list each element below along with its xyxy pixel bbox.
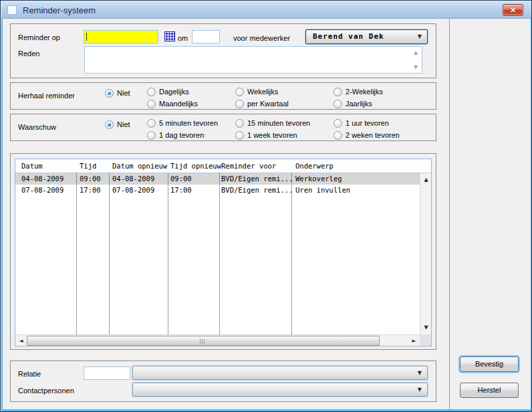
- scroll-left-icon[interactable]: ◄: [15, 335, 27, 346]
- chevron-down-icon: ▼: [418, 387, 422, 393]
- herstel-button[interactable]: Herstel: [460, 383, 519, 398]
- section-list: Datum Tijd Datum opnieuw Tijd opnieuw Re…: [10, 153, 436, 350]
- reminder-date-input[interactable]: [84, 30, 158, 43]
- radio-herhaal-maandelijks[interactable]: Maandelijks: [147, 99, 198, 108]
- contactpersonen-label: Contactpersonen: [18, 387, 74, 395]
- radio-icon: [334, 100, 342, 108]
- table-header: Datum Tijd Datum opnieuw Tijd opnieuw Re…: [15, 159, 431, 173]
- grip-icon: [200, 339, 206, 344]
- cell-tijd: 17:00: [80, 186, 101, 194]
- content-divider: [449, 19, 450, 411]
- contactpersonen-dropdown[interactable]: ▼: [132, 383, 428, 397]
- scroll-up-icon[interactable]: ▲: [414, 49, 418, 56]
- column-header-reminder-voor[interactable]: Reminder voor: [221, 162, 276, 170]
- scroll-down-icon[interactable]: ▼: [414, 64, 418, 70]
- scrollbar-thumb[interactable]: [27, 336, 380, 346]
- chevron-down-icon: ▼: [418, 34, 422, 39]
- column-header-datum[interactable]: Datum: [21, 162, 43, 170]
- radio-waarschuw-1dag[interactable]: 1 dag tevoren: [147, 130, 204, 140]
- radio-label: 1 dag tevoren: [159, 131, 204, 139]
- window-edge-left: [1, 19, 3, 411]
- column-header-onderwerp[interactable]: Onderwerp: [295, 162, 334, 170]
- cell-tijd-opnieuw: 17:00: [170, 186, 192, 194]
- window-title: Reminder-systeem: [23, 5, 96, 15]
- horizontal-scrollbar[interactable]: ◄ ►: [15, 334, 420, 346]
- radio-waarschuw-15min[interactable]: 15 minuten tevoren: [235, 118, 310, 128]
- radio-herhaal-kwartaal[interactable]: per Kwartaal: [235, 99, 289, 108]
- reminder-op-label: Reminder op: [18, 33, 60, 41]
- radio-icon: [147, 100, 156, 108]
- reden-textarea[interactable]: [84, 46, 422, 74]
- scrollbar-corner: [420, 334, 431, 346]
- app-icon: [7, 5, 17, 15]
- chevron-down-icon: ▼: [418, 371, 422, 376]
- scroll-right-icon[interactable]: ►: [408, 335, 420, 346]
- relatie-code-input[interactable]: [84, 367, 130, 380]
- radio-label: Niet: [117, 120, 130, 128]
- cell-datum: 07-08-2009: [21, 186, 63, 194]
- scroll-down-icon[interactable]: ▼: [420, 322, 432, 333]
- close-button[interactable]: ✕: [503, 4, 523, 16]
- radio-label: Maandelijks: [159, 100, 198, 108]
- radio-icon: [147, 88, 156, 96]
- cell-onderwerp: Uren invullen: [295, 186, 350, 194]
- cell-datum-opnieuw: 04-08-2009: [112, 175, 154, 183]
- cell-tijd: 09:00: [80, 175, 101, 183]
- reminder-dialog: Reminder-systeem ✕ Reminder op om voor m…: [0, 0, 532, 412]
- radio-icon: [147, 131, 156, 140]
- radio-waarschuw-5min[interactable]: 5 minuten tevoren: [147, 118, 218, 128]
- herhaal-label: Herhaal reminder: [18, 92, 75, 100]
- relatie-dropdown[interactable]: ▼: [132, 366, 428, 380]
- window-edge-bottom: [1, 409, 532, 411]
- radio-icon: [235, 131, 244, 140]
- radio-herhaal-niet[interactable]: Niet: [105, 88, 130, 98]
- cell-reminder-voor: BVD/Eigen remi...: [221, 175, 293, 183]
- radio-herhaal-jaarlijks[interactable]: Jaarlijks: [334, 99, 372, 108]
- reminder-time-input[interactable]: [192, 30, 220, 43]
- radio-waarschuw-1week[interactable]: 1 week tevoren: [235, 130, 297, 140]
- section-reminder: Reminder op om voor medewerker Berend va…: [10, 23, 436, 78]
- section-waarschuw: Waarschuw Niet 5 minuten tevoren 1 dag t…: [10, 114, 436, 141]
- vertical-scrollbar[interactable]: ▲ ▼: [420, 173, 431, 334]
- section-relatie: Relatie ▼ Contactpersonen ▼: [10, 360, 436, 402]
- radio-herhaal-2wekelijks[interactable]: 2-Wekelijks: [334, 87, 383, 96]
- radio-icon: [334, 131, 342, 140]
- radio-herhaal-wekelijks[interactable]: Wekelijks: [235, 87, 278, 96]
- radio-icon: [334, 88, 342, 96]
- radio-waarschuw-2weken[interactable]: 2 weken tevoren: [334, 130, 400, 140]
- column-separator: [109, 173, 110, 334]
- voor-medewerker-label: voor medewerker: [233, 34, 290, 42]
- medewerker-selected-value: Berend van Dek: [313, 32, 384, 41]
- radio-label: 5 minuten tevoren: [159, 119, 218, 127]
- radio-label: 2 weken tevoren: [346, 131, 400, 139]
- radio-icon: [147, 119, 156, 128]
- radio-label: 1 week tevoren: [247, 131, 297, 139]
- text-caret: [86, 33, 87, 41]
- reden-label: Reden: [18, 49, 39, 58]
- radio-icon: [105, 89, 114, 98]
- radio-label: Wekelijks: [247, 88, 278, 96]
- column-separator: [76, 173, 77, 334]
- radio-icon: [334, 119, 342, 128]
- scroll-up-icon[interactable]: ▲: [420, 175, 432, 185]
- calendar-icon[interactable]: [164, 31, 175, 41]
- radio-waarschuw-1uur[interactable]: 1 uur tevoren: [334, 118, 389, 128]
- radio-label: 1 uur tevoren: [346, 119, 389, 127]
- column-header-tijd-opnieuw[interactable]: Tijd opnieuw: [170, 162, 221, 170]
- column-separator: [291, 173, 292, 334]
- column-separator: [168, 173, 168, 334]
- cell-datum-opnieuw: 07-08-2009: [112, 186, 154, 194]
- radio-label: Niet: [117, 89, 130, 97]
- om-label: om: [178, 34, 188, 42]
- cell-onderwerp: Werkoverleg: [295, 175, 342, 183]
- bevestig-button[interactable]: Bevestig: [460, 356, 519, 372]
- column-header-tijd[interactable]: Tijd: [80, 162, 96, 170]
- column-header-datum-opnieuw[interactable]: Datum opnieuw: [112, 162, 167, 170]
- radio-waarschuw-niet[interactable]: Niet: [105, 120, 130, 129]
- radio-label: 2-Wekelijks: [346, 88, 383, 96]
- radio-icon: [235, 88, 244, 96]
- title-bar[interactable]: Reminder-systeem ✕: [1, 1, 532, 19]
- radio-icon: [105, 120, 114, 129]
- medewerker-dropdown[interactable]: Berend van Dek ▼: [305, 29, 428, 44]
- radio-herhaal-dagelijks[interactable]: Dagelijks: [147, 87, 189, 96]
